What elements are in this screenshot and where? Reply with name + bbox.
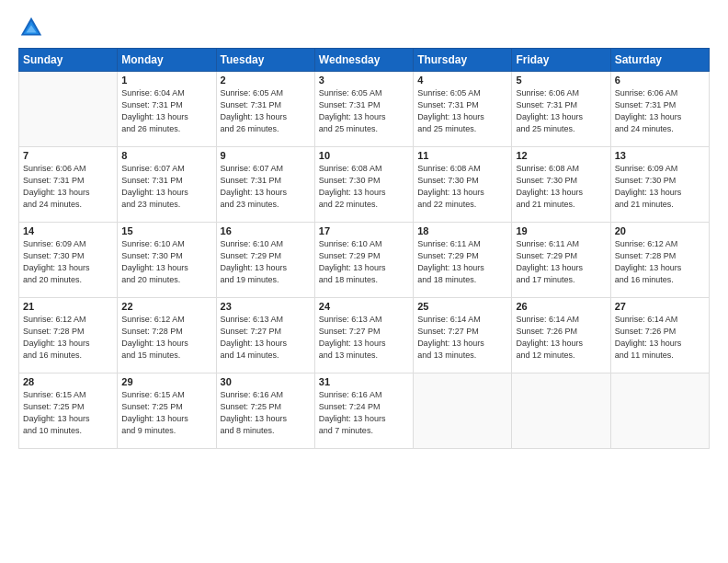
calendar-cell: 13Sunrise: 6:09 AM Sunset: 7:30 PM Dayli…: [610, 147, 709, 223]
day-number: 30: [221, 376, 311, 387]
calendar-cell: 21Sunrise: 6:12 AM Sunset: 7:28 PM Dayli…: [19, 298, 118, 373]
calendar-cell: 17Sunrise: 6:10 AM Sunset: 7:29 PM Dayli…: [314, 223, 413, 298]
weekday-header-tuesday: Tuesday: [216, 49, 314, 72]
day-content: Sunrise: 6:08 AM Sunset: 7:30 PM Dayligh…: [417, 163, 507, 211]
calendar-cell: 6Sunrise: 6:06 AM Sunset: 7:31 PM Daylig…: [610, 72, 709, 147]
day-number: 3: [319, 75, 409, 86]
calendar-cell: 22Sunrise: 6:12 AM Sunset: 7:28 PM Dayli…: [118, 298, 216, 373]
calendar-cell: 1Sunrise: 6:04 AM Sunset: 7:31 PM Daylig…: [118, 72, 216, 147]
day-content: Sunrise: 6:11 AM Sunset: 7:29 PM Dayligh…: [516, 238, 606, 286]
calendar-cell: [414, 373, 512, 449]
day-content: Sunrise: 6:16 AM Sunset: 7:24 PM Dayligh…: [319, 389, 409, 437]
calendar-cell: 19Sunrise: 6:11 AM Sunset: 7:29 PM Dayli…: [512, 223, 610, 298]
calendar-cell: 15Sunrise: 6:10 AM Sunset: 7:30 PM Dayli…: [118, 223, 216, 298]
day-number: 31: [319, 376, 409, 387]
day-content: Sunrise: 6:05 AM Sunset: 7:31 PM Dayligh…: [417, 87, 507, 135]
day-content: Sunrise: 6:10 AM Sunset: 7:30 PM Dayligh…: [121, 238, 211, 286]
calendar-cell: 24Sunrise: 6:13 AM Sunset: 7:27 PM Dayli…: [314, 298, 413, 373]
calendar-week-2: 7Sunrise: 6:06 AM Sunset: 7:31 PM Daylig…: [19, 147, 710, 223]
calendar-cell: 20Sunrise: 6:12 AM Sunset: 7:28 PM Dayli…: [610, 223, 709, 298]
day-content: Sunrise: 6:14 AM Sunset: 7:26 PM Dayligh…: [516, 314, 606, 362]
weekday-header-monday: Monday: [118, 49, 216, 72]
day-number: 4: [417, 75, 507, 86]
day-number: 28: [23, 376, 113, 387]
logo-icon: [18, 15, 44, 40]
calendar-cell: 8Sunrise: 6:07 AM Sunset: 7:31 PM Daylig…: [118, 147, 216, 223]
day-number: 10: [319, 150, 409, 161]
day-content: Sunrise: 6:04 AM Sunset: 7:31 PM Dayligh…: [121, 87, 211, 135]
calendar-cell: [610, 373, 709, 449]
day-number: 8: [121, 150, 211, 161]
calendar-cell: 11Sunrise: 6:08 AM Sunset: 7:30 PM Dayli…: [414, 147, 512, 223]
day-number: 27: [615, 301, 705, 312]
day-content: Sunrise: 6:08 AM Sunset: 7:30 PM Dayligh…: [319, 163, 409, 211]
day-number: 20: [615, 225, 705, 236]
calendar-cell: 2Sunrise: 6:05 AM Sunset: 7:31 PM Daylig…: [216, 72, 314, 147]
day-number: 14: [23, 225, 113, 236]
weekday-header-row: SundayMondayTuesdayWednesdayThursdayFrid…: [19, 49, 710, 72]
calendar-cell: 16Sunrise: 6:10 AM Sunset: 7:29 PM Dayli…: [216, 223, 314, 298]
day-content: Sunrise: 6:06 AM Sunset: 7:31 PM Dayligh…: [615, 87, 705, 135]
calendar-week-4: 21Sunrise: 6:12 AM Sunset: 7:28 PM Dayli…: [19, 298, 710, 373]
calendar-cell: [19, 72, 118, 147]
calendar-cell: 4Sunrise: 6:05 AM Sunset: 7:31 PM Daylig…: [414, 72, 512, 147]
calendar-cell: 30Sunrise: 6:16 AM Sunset: 7:25 PM Dayli…: [216, 373, 314, 449]
weekday-header-saturday: Saturday: [610, 49, 709, 72]
calendar-cell: 28Sunrise: 6:15 AM Sunset: 7:25 PM Dayli…: [19, 373, 118, 449]
day-number: 5: [516, 75, 606, 86]
day-content: Sunrise: 6:12 AM Sunset: 7:28 PM Dayligh…: [121, 314, 211, 362]
calendar-cell: 27Sunrise: 6:14 AM Sunset: 7:26 PM Dayli…: [610, 298, 709, 373]
day-content: Sunrise: 6:10 AM Sunset: 7:29 PM Dayligh…: [221, 238, 311, 286]
day-content: Sunrise: 6:05 AM Sunset: 7:31 PM Dayligh…: [319, 87, 409, 135]
calendar-cell: 26Sunrise: 6:14 AM Sunset: 7:26 PM Dayli…: [512, 298, 610, 373]
page: SundayMondayTuesdayWednesdayThursdayFrid…: [0, 0, 728, 563]
weekday-header-wednesday: Wednesday: [314, 49, 413, 72]
day-number: 7: [23, 150, 113, 161]
day-number: 6: [615, 75, 705, 86]
day-number: 21: [23, 301, 113, 312]
day-number: 29: [121, 376, 211, 387]
day-content: Sunrise: 6:07 AM Sunset: 7:31 PM Dayligh…: [121, 163, 211, 211]
header: [18, 15, 710, 40]
calendar-cell: 9Sunrise: 6:07 AM Sunset: 7:31 PM Daylig…: [216, 147, 314, 223]
calendar-cell: 25Sunrise: 6:14 AM Sunset: 7:27 PM Dayli…: [414, 298, 512, 373]
day-content: Sunrise: 6:09 AM Sunset: 7:30 PM Dayligh…: [615, 163, 705, 211]
weekday-header-friday: Friday: [512, 49, 610, 72]
calendar-cell: 10Sunrise: 6:08 AM Sunset: 7:30 PM Dayli…: [314, 147, 413, 223]
day-content: Sunrise: 6:08 AM Sunset: 7:30 PM Dayligh…: [516, 163, 606, 211]
calendar-cell: 7Sunrise: 6:06 AM Sunset: 7:31 PM Daylig…: [19, 147, 118, 223]
calendar-cell: 3Sunrise: 6:05 AM Sunset: 7:31 PM Daylig…: [314, 72, 413, 147]
day-content: Sunrise: 6:06 AM Sunset: 7:31 PM Dayligh…: [23, 163, 113, 211]
day-number: 18: [417, 225, 507, 236]
day-number: 26: [516, 301, 606, 312]
day-number: 19: [516, 225, 606, 236]
day-content: Sunrise: 6:13 AM Sunset: 7:27 PM Dayligh…: [319, 314, 409, 362]
day-content: Sunrise: 6:16 AM Sunset: 7:25 PM Dayligh…: [221, 389, 311, 437]
calendar-cell: 29Sunrise: 6:15 AM Sunset: 7:25 PM Dayli…: [118, 373, 216, 449]
day-content: Sunrise: 6:11 AM Sunset: 7:29 PM Dayligh…: [417, 238, 507, 286]
day-content: Sunrise: 6:09 AM Sunset: 7:30 PM Dayligh…: [23, 238, 113, 286]
calendar-cell: 12Sunrise: 6:08 AM Sunset: 7:30 PM Dayli…: [512, 147, 610, 223]
day-content: Sunrise: 6:13 AM Sunset: 7:27 PM Dayligh…: [221, 314, 311, 362]
day-content: Sunrise: 6:12 AM Sunset: 7:28 PM Dayligh…: [23, 314, 113, 362]
day-number: 15: [121, 225, 211, 236]
calendar-week-1: 1Sunrise: 6:04 AM Sunset: 7:31 PM Daylig…: [19, 72, 710, 147]
calendar-cell: 18Sunrise: 6:11 AM Sunset: 7:29 PM Dayli…: [414, 223, 512, 298]
calendar-cell: [512, 373, 610, 449]
day-number: 23: [221, 301, 311, 312]
day-content: Sunrise: 6:05 AM Sunset: 7:31 PM Dayligh…: [221, 87, 311, 135]
weekday-header-sunday: Sunday: [19, 49, 118, 72]
day-number: 11: [417, 150, 507, 161]
day-number: 1: [121, 75, 211, 86]
day-number: 2: [221, 75, 311, 86]
calendar-week-5: 28Sunrise: 6:15 AM Sunset: 7:25 PM Dayli…: [19, 373, 710, 449]
calendar-cell: 5Sunrise: 6:06 AM Sunset: 7:31 PM Daylig…: [512, 72, 610, 147]
day-number: 16: [221, 225, 311, 236]
day-content: Sunrise: 6:15 AM Sunset: 7:25 PM Dayligh…: [121, 389, 211, 437]
day-number: 22: [121, 301, 211, 312]
calendar-cell: 31Sunrise: 6:16 AM Sunset: 7:24 PM Dayli…: [314, 373, 413, 449]
day-content: Sunrise: 6:07 AM Sunset: 7:31 PM Dayligh…: [221, 163, 311, 211]
calendar-cell: 14Sunrise: 6:09 AM Sunset: 7:30 PM Dayli…: [19, 223, 118, 298]
logo: [18, 15, 46, 40]
day-number: 12: [516, 150, 606, 161]
